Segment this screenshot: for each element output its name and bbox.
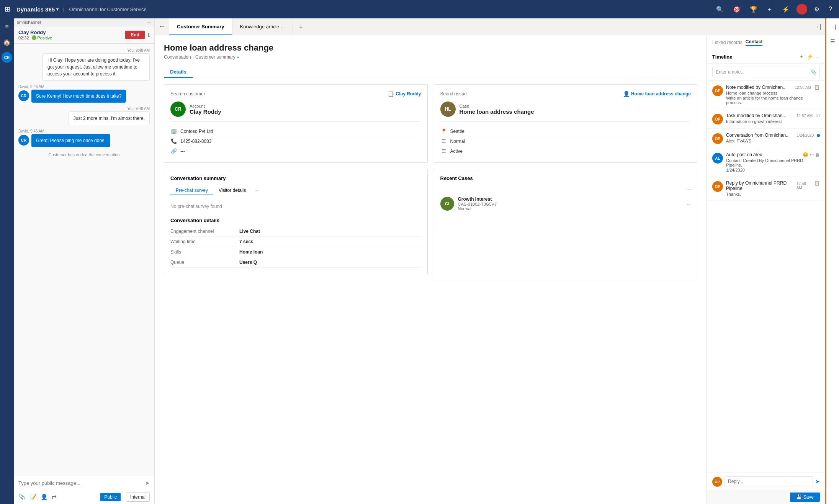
note-input-placeholder[interactable]: Enter a note... xyxy=(716,69,744,75)
public-button[interactable]: Public xyxy=(100,493,121,501)
ti-icons: 😊 ↩ 🗑 xyxy=(803,152,820,157)
chat-input[interactable] xyxy=(18,480,142,486)
chat-meta: 02:32 🟢 Positive xyxy=(18,35,52,40)
timeline-content: Note modified by Omnichan... 12:58 AM Ho… xyxy=(726,85,811,105)
sidebar-chat-avatar[interactable]: CR xyxy=(2,52,12,63)
case-more-icon[interactable]: ··· xyxy=(687,201,691,207)
conv-summary-tabs: Pre-chat survey Visitor details ··· xyxy=(170,185,421,196)
customer-name-link[interactable]: Clay Roddy xyxy=(396,91,421,97)
tab-linked-records[interactable]: Linked records xyxy=(712,40,743,45)
case-id: CAS-01002-T3G5V7 xyxy=(458,202,683,206)
tab-label: Knowledge article ... xyxy=(240,24,285,29)
brand[interactable]: Dynamics 365 ▾ xyxy=(16,6,59,13)
case-priority: Normal xyxy=(458,206,683,211)
brand-name: Dynamics 365 xyxy=(16,6,55,13)
notes-icon[interactable]: 📝 xyxy=(29,494,37,501)
timeline-avatar: OP xyxy=(712,114,723,124)
ti-sub1: Thanks. xyxy=(726,192,811,196)
timeline-item: OP Conversation from Omnichan... 1/24/20… xyxy=(707,129,825,148)
customer-avatar: CR xyxy=(18,135,29,146)
customer-message: Great! Please ping me once done. xyxy=(31,134,110,147)
reply-box: OP ➤ xyxy=(707,473,825,490)
timeline-more-button[interactable]: ··· xyxy=(815,54,820,60)
chat-toolbar: 📎 📝 👤 ⇄ Public Internal xyxy=(14,490,154,504)
reply-input[interactable] xyxy=(725,476,813,486)
bottom-cards-row: Conversation summary Pre-chat survey Vis… xyxy=(164,169,697,280)
search-icon[interactable]: 🔍 xyxy=(716,6,724,13)
breadcrumb-customer-summary[interactable]: Customer summary xyxy=(195,54,236,60)
detail-tabs: Details xyxy=(164,66,697,78)
filter-icon[interactable]: ⚡ xyxy=(782,6,790,13)
tab-knowledge-article[interactable]: Knowledge article ... xyxy=(232,18,293,35)
reply-send-button[interactable]: ➤ xyxy=(815,478,820,484)
timeline-content: Task modified by Omnichan... 12:57 AM In… xyxy=(726,113,813,124)
chat-collapse-icon[interactable]: — xyxy=(147,20,151,25)
ti-time: 12:58 AM xyxy=(796,182,811,190)
sidebar-home-icon[interactable]: 🏠 xyxy=(2,37,12,47)
sidebar-menu-icon[interactable]: ≡ xyxy=(2,21,12,32)
info-icon[interactable]: ℹ xyxy=(148,32,150,38)
timeline-avatar: OP xyxy=(712,85,723,96)
waffle-icon[interactable]: ⊞ xyxy=(5,5,10,13)
trophy-icon[interactable]: 🏆 xyxy=(750,6,757,13)
emoji-icon[interactable]: 😊 xyxy=(803,152,808,157)
collapse-panel-button[interactable]: →| xyxy=(810,23,825,30)
building-icon: 🏢 xyxy=(170,128,177,134)
reply-icon[interactable]: ↩ xyxy=(810,152,814,157)
ti-title: Auto-post on Alex xyxy=(726,152,762,157)
breadcrumb: Conversation · Customer summary ▾ xyxy=(164,54,697,60)
note-input-box[interactable]: Enter a note... 📎 xyxy=(712,67,820,77)
message-row: David, 9:46 AM CR Great! Please ping me … xyxy=(18,129,150,147)
location-value: Seattle xyxy=(450,129,464,134)
end-button[interactable]: End xyxy=(125,31,145,39)
right-panel: Linked records Contact Timeline ＋ ⚡ ··· … xyxy=(707,35,825,504)
user-avatar[interactable] xyxy=(796,4,807,15)
customer-entity-info: Account Clay Roddy xyxy=(190,104,221,115)
timeline-add-button[interactable]: ＋ xyxy=(799,53,804,60)
settings-icon[interactable]: ⚙ xyxy=(814,6,819,13)
detail-row-engagement: Engagement channel Live Chat xyxy=(170,226,421,237)
tab-details[interactable]: Details xyxy=(164,66,193,78)
priority-field-row: ☰ Normal xyxy=(440,136,691,146)
breadcrumb-conversation[interactable]: Conversation xyxy=(164,54,191,60)
note-attach-icon[interactable]: 📎 xyxy=(811,69,816,75)
side-panel-list-icon[interactable]: ☰ xyxy=(828,36,838,47)
kb-icon[interactable]: 👤 xyxy=(41,494,48,501)
add-icon[interactable]: ＋ xyxy=(767,5,773,13)
internal-button[interactable]: Internal xyxy=(126,493,150,502)
detail-label: Engagement channel xyxy=(170,229,239,234)
ti-sub2: 1/24/2020 xyxy=(726,168,820,172)
attachment-icon[interactable]: 📎 xyxy=(18,494,26,501)
save-button[interactable]: 💾 Save xyxy=(790,493,820,502)
customer-entity-avatar: CR xyxy=(170,101,186,117)
timeline-avatar: OP xyxy=(712,133,723,144)
conv-tab-more[interactable]: ··· xyxy=(251,185,262,196)
transfer-icon[interactable]: ⇄ xyxy=(52,494,57,501)
help-icon[interactable]: ? xyxy=(829,6,832,13)
case-name[interactable]: Growth Interest xyxy=(458,196,683,202)
tab-pre-chat[interactable]: Pre-chat survey xyxy=(170,185,213,195)
breadcrumb-dropdown-icon[interactable]: ▾ xyxy=(237,55,239,59)
message-row: David, 9:46 AM CR Sure Kenny! How much t… xyxy=(18,85,150,103)
tab-visitor-details[interactable]: Visitor details xyxy=(213,185,251,195)
ti-action-icon[interactable]: ☑ xyxy=(816,113,820,118)
case-item: GI Growth Interest CAS-01002-T3G5V7 Norm… xyxy=(440,193,691,214)
search-customer-label: Search customer xyxy=(170,91,205,97)
timeline-avatar: OP xyxy=(712,181,723,192)
back-icon[interactable]: ← xyxy=(155,18,169,35)
chat-messages: You, 9:48 AM Hi Clay! Hope your are doin… xyxy=(14,44,154,476)
timeline-filter-button[interactable]: ⚡ xyxy=(806,54,813,60)
recent-cases-more-icon[interactable]: ··· xyxy=(686,186,691,192)
ti-action-icon[interactable]: 📋 xyxy=(814,85,820,90)
delete-icon[interactable]: 🗑 xyxy=(815,152,820,157)
issue-name-link[interactable]: Home loan address change xyxy=(631,91,691,97)
target-icon[interactable]: 🎯 xyxy=(733,6,741,13)
side-panel-collapse-icon[interactable]: →| xyxy=(828,21,838,32)
add-tab-button[interactable]: ＋ xyxy=(293,18,309,35)
link-icon: 🔗 xyxy=(170,148,177,154)
tab-customer-summary[interactable]: Customer Summary xyxy=(169,18,232,35)
issue-link-row: 👤 Home loan address change xyxy=(623,91,691,97)
tab-contact[interactable]: Contact xyxy=(746,39,763,46)
ti-action-icon[interactable]: 📋 xyxy=(814,180,820,186)
send-icon[interactable]: ➤ xyxy=(145,480,150,486)
